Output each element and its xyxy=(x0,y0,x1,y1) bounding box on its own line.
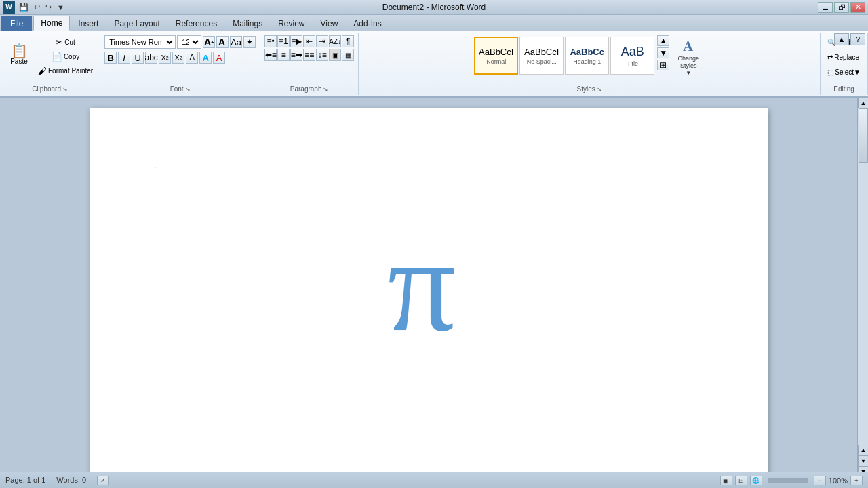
borders-btn[interactable]: ▦ xyxy=(342,49,354,61)
zoom-out-btn[interactable]: − xyxy=(814,476,826,485)
show-marks-btn[interactable]: ¶ xyxy=(342,35,354,47)
view-web-btn[interactable]: 🌐 xyxy=(750,476,762,485)
ribbon-collapse-btn[interactable]: ▲ xyxy=(834,33,849,45)
quickaccess-dropdown[interactable]: ▼ xyxy=(56,3,66,12)
change-case-btn[interactable]: Aa xyxy=(230,36,242,48)
subscript-btn[interactable]: X2 xyxy=(159,52,171,64)
strikethrough-btn[interactable]: abc xyxy=(145,52,157,64)
minimize-button[interactable]: 🗕 xyxy=(818,2,833,13)
sort-btn[interactable]: AZ↓ xyxy=(329,35,341,47)
tab-insert[interactable]: Insert xyxy=(71,16,106,30)
font-row2: B I U abc X2 X2 A A A xyxy=(104,52,225,64)
align-right-btn[interactable]: ≡➡ xyxy=(290,49,302,61)
tab-file[interactable]: File xyxy=(1,16,32,30)
italic-btn[interactable]: I xyxy=(118,52,130,64)
bold-btn[interactable]: B xyxy=(104,52,117,64)
select-icon: ⬚ xyxy=(827,68,833,76)
styles-scroll-up[interactable]: ▲ xyxy=(657,35,669,46)
para-row1: ≡• ≡1 ≡▶ ⇤ ⇥ AZ↓ ¶ xyxy=(264,35,354,47)
multilevel-btn[interactable]: ≡▶ xyxy=(290,35,302,47)
font-expand-icon[interactable]: ↘ xyxy=(185,86,191,93)
numbering-btn[interactable]: ≡1 xyxy=(277,35,290,47)
font-color-btn[interactable]: A xyxy=(213,52,225,64)
view-print-btn[interactable]: ▣ xyxy=(720,476,732,485)
select-btn[interactable]: ⬚ Select▼ xyxy=(825,65,863,79)
tab-home[interactable]: Home xyxy=(33,16,70,30)
increase-indent-btn[interactable]: ⇥ xyxy=(316,35,328,47)
clipboard-label: Clipboard ↘ xyxy=(3,85,97,94)
text-effect-btn[interactable]: A xyxy=(199,52,212,64)
document-page[interactable]: · π xyxy=(90,108,768,472)
tab-addins[interactable]: Add-Ins xyxy=(346,16,389,30)
align-center-btn[interactable]: ≡ xyxy=(277,49,290,61)
scroll-up-arrow[interactable]: ▲ xyxy=(858,98,868,108)
copy-button[interactable]: 📄Copy xyxy=(35,49,96,63)
paragraph-expand-icon[interactable]: ↘ xyxy=(323,86,328,93)
styles-expand-icon[interactable]: ↘ xyxy=(597,86,602,93)
style-heading1[interactable]: AaBbCc Heading 1 xyxy=(565,37,609,75)
styles-content: AaBbCcI Normal AaBbCcI No Spaci... AaBbC… xyxy=(471,34,707,85)
style-normal[interactable]: AaBbCcI Normal xyxy=(474,37,518,75)
styles-more[interactable]: ⊞ xyxy=(657,60,669,70)
tab-view[interactable]: View xyxy=(313,16,346,30)
font-group: Times New Rom 12 A+ A- Aa ✦ B I U abc X2… xyxy=(100,33,260,95)
bullets-btn[interactable]: ≡• xyxy=(264,35,277,47)
restore-button[interactable]: 🗗 xyxy=(834,2,849,13)
zoom-level: 100% xyxy=(829,476,848,485)
proofing-icon[interactable]: ✓ xyxy=(97,476,109,485)
zoom-in-btn[interactable]: + xyxy=(850,476,863,485)
align-left-btn[interactable]: ⬅≡ xyxy=(264,49,277,61)
tab-review[interactable]: Review xyxy=(271,16,312,30)
help-btn[interactable]: ? xyxy=(850,33,865,45)
redo-quickaccess[interactable]: ↪ xyxy=(44,3,53,12)
font-grow-btn[interactable]: A+ xyxy=(203,36,215,48)
style-title-label: Title xyxy=(627,60,638,67)
justify-btn[interactable]: ≡≡ xyxy=(303,49,315,61)
styles-scroll-down[interactable]: ▼ xyxy=(657,47,669,58)
save-quickaccess[interactable]: 💾 xyxy=(18,3,30,12)
line-spacing-btn[interactable]: ↕≡ xyxy=(316,49,328,61)
text-highlight-btn[interactable]: A xyxy=(186,52,198,64)
font-shrink-btn[interactable]: A- xyxy=(216,36,229,48)
paragraph-label: Paragraph ↘ xyxy=(263,85,355,94)
shading-btn[interactable]: ▣ xyxy=(329,49,341,61)
paste-button[interactable]: 📋 Paste xyxy=(4,35,34,73)
paragraph-content: ≡• ≡1 ≡▶ ⇤ ⇥ AZ↓ ¶ ⬅≡ ≡ ≡➡ ≡≡ ↕≡ ▣ ▦ xyxy=(263,34,355,85)
view-fullscreen-btn[interactable]: ⊞ xyxy=(735,476,747,485)
change-styles-btn[interactable]: 𝐀 ChangeStyles ▼ xyxy=(671,35,706,78)
tab-pagelayout[interactable]: Page Layout xyxy=(106,16,167,30)
replace-label: Replace xyxy=(834,54,859,61)
scroll-page-down-arrow[interactable]: ▼ xyxy=(858,455,868,466)
copy-label: Copy xyxy=(64,53,79,60)
pi-symbol: π xyxy=(387,217,456,352)
underline-btn[interactable]: U xyxy=(132,52,144,64)
change-styles-dropdown-icon: ▼ xyxy=(686,70,691,76)
replace-btn[interactable]: ⇄ Replace xyxy=(825,50,862,64)
scroll-page-up-arrow[interactable]: ▲ xyxy=(858,445,868,455)
style-normal-label: Normal xyxy=(486,58,506,65)
vertical-scrollbar[interactable]: ▲ ▲ ▼ ▼ xyxy=(857,98,868,477)
font-size-select[interactable]: 12 xyxy=(177,35,201,49)
ribbon-tabs: File Home Insert Page Layout References … xyxy=(0,15,868,31)
clipboard-expand-icon[interactable]: ↘ xyxy=(62,86,68,93)
cursor-position: · xyxy=(154,163,156,172)
style-nospace-label: No Spaci... xyxy=(527,58,557,65)
tab-mailings[interactable]: Mailings xyxy=(225,16,270,30)
clipboard-group: 📋 Paste ✂Cut 📄Copy 🖌Format Painter Clipb… xyxy=(0,33,100,95)
style-title[interactable]: AaB Title xyxy=(610,37,654,75)
status-bar: Page: 1 of 1 Words: 0 ✓ ▣ ⊞ 🌐 − 100% + xyxy=(0,472,868,488)
close-button[interactable]: ✕ xyxy=(850,2,865,13)
clear-format-btn[interactable]: ✦ xyxy=(243,36,256,48)
cut-button[interactable]: ✂Cut xyxy=(35,35,96,49)
decrease-indent-btn[interactable]: ⇤ xyxy=(303,35,315,47)
undo-quickaccess[interactable]: ↩ xyxy=(33,3,41,12)
superscript-btn[interactable]: X2 xyxy=(172,52,184,64)
format-painter-button[interactable]: 🖌Format Painter xyxy=(35,64,96,77)
style-nospace[interactable]: AaBbCcI No Spaci... xyxy=(519,37,564,75)
style-heading1-label: Heading 1 xyxy=(573,58,601,65)
font-name-select[interactable]: Times New Rom xyxy=(104,35,176,49)
tab-references[interactable]: References xyxy=(168,16,224,30)
replace-icon: ⇄ xyxy=(827,54,833,61)
scroll-thumb[interactable] xyxy=(859,108,868,163)
zoom-slider[interactable] xyxy=(768,478,808,483)
